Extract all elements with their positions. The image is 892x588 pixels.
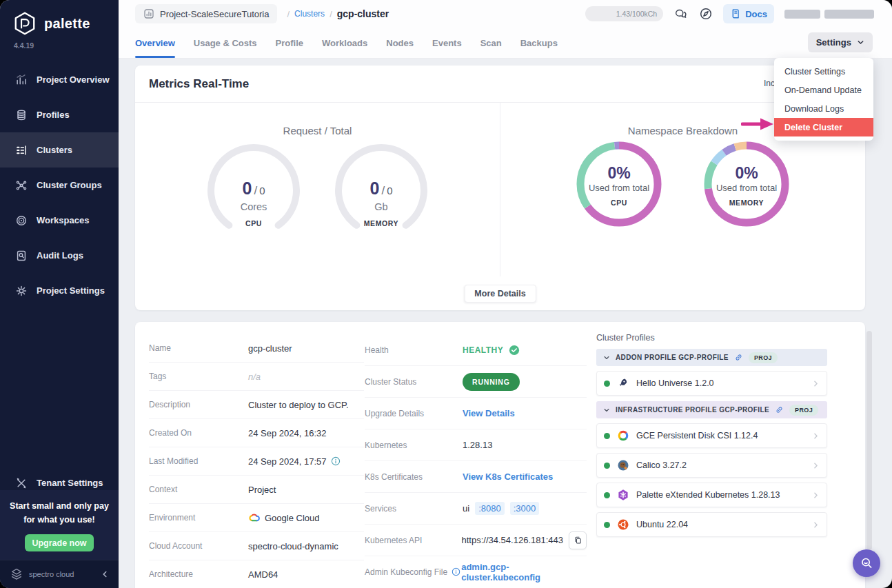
sidebar-item-project-overview[interactable]: Project Overview <box>0 62 119 97</box>
detail-row: Environment Google Cloud <box>149 504 364 532</box>
collapse-sidebar-chevron-left-icon[interactable] <box>101 570 109 578</box>
metrics-title: Metrics Real-Time <box>149 77 249 91</box>
profile-pack-row[interactable]: Ubuntu 22.04 <box>596 512 827 537</box>
sidebar-nav: Project Overview Profiles Clusters Clust… <box>0 62 119 308</box>
spectro-cloud-logo-icon <box>10 567 23 581</box>
tab-workloads[interactable]: Workloads <box>322 28 367 58</box>
sidebar: palette 4.4.19 Project Overview Profiles <box>0 0 119 588</box>
sidebar-item-label: Profiles <box>37 110 70 120</box>
status-dot <box>604 492 610 498</box>
scrollbar-thumb[interactable] <box>866 331 872 550</box>
profile-pack-row[interactable]: Palette eXtended Kubernetes 1.28.13 <box>596 483 827 507</box>
sidebar-item-clusters[interactable]: Clusters <box>0 132 119 168</box>
app-window: palette 4.4.19 Project Overview Profiles <box>0 0 892 588</box>
pack-name: GCE Persistent Disk CSI 1.12.4 <box>636 431 758 440</box>
detail-label: Cloud Account <box>149 541 248 551</box>
service-port-link[interactable]: :8080 <box>475 502 505 515</box>
compass-icon[interactable] <box>699 7 713 21</box>
tab-bar: Overview Usage & Costs Profile Workloads… <box>119 28 892 59</box>
metrics-card: Metrics Real-Time Incl Request / Total 0… <box>135 65 865 310</box>
menu-item-on-demand-update[interactable]: On-Demand Update <box>774 81 873 99</box>
calico-icon <box>617 459 629 472</box>
cluster-details-column: Namegcp-cluster Tagsn/a DescriptionClust… <box>149 334 364 588</box>
tab-usage-costs[interactable]: Usage & Costs <box>194 28 257 58</box>
chevron-right-icon <box>812 462 820 469</box>
info-icon[interactable] <box>452 567 460 576</box>
sidebar-item-audit-logs[interactable]: Audit Logs <box>0 238 119 273</box>
bar-chart-icon <box>15 74 28 86</box>
donut-caption: Used from total <box>574 183 664 193</box>
kubernetes-version: 1.28.13 <box>463 440 492 450</box>
view-k8s-certificates-link[interactable]: View K8s Certificates <box>463 472 553 482</box>
status-label: K8s Certificates <box>365 472 463 482</box>
settings-button[interactable]: Settings <box>808 32 873 52</box>
detail-value: 24 Sep 2024, 16:32 <box>248 428 327 438</box>
tab-events[interactable]: Events <box>432 28 462 58</box>
profile-pack-row[interactable]: GCE Persistent Disk CSI 1.12.4 <box>596 423 827 448</box>
status-label: Admin Kubeconfig File <box>365 567 447 577</box>
info-icon[interactable] <box>331 456 341 466</box>
sidebar-item-workspaces[interactable]: Workspaces <box>0 203 119 238</box>
breadcrumb-clusters-link[interactable]: Clusters <box>294 9 325 19</box>
chat-icon[interactable] <box>673 6 689 21</box>
project-selector[interactable]: Project-ScaleSecureTutoria <box>135 4 277 23</box>
target-icon <box>15 214 28 227</box>
menu-item-delete-cluster[interactable]: Delete Cluster <box>774 118 873 136</box>
upgrade-now-button[interactable]: Upgrade now <box>25 534 94 551</box>
gauge-unit: Gb <box>333 201 429 212</box>
menu-item-cluster-settings[interactable]: Cluster Settings <box>774 62 873 81</box>
proj-badge: PROJ <box>749 352 778 363</box>
view-details-link[interactable]: View Details <box>463 408 515 418</box>
upgrade-promo: Start small and only pay for what you us… <box>0 490 119 560</box>
infrastructure-profile-header[interactable]: INFRASTRUCTURE PROFILE GCP-PROFILE PROJ <box>596 401 827 418</box>
menu-item-download-logs[interactable]: Download Logs <box>774 99 873 118</box>
detail-label: Description <box>149 400 248 409</box>
detail-label: Context <box>149 485 248 494</box>
status-dot <box>604 381 610 387</box>
donut-metric-label: MEMORY <box>702 199 791 207</box>
sidebar-item-profiles[interactable]: Profiles <box>0 97 119 132</box>
status-label: Kubernetes <box>365 440 463 450</box>
kubeconfig-download-link[interactable]: admin.gcp-cluster.kubeconfig <box>461 562 587 582</box>
detail-row: DescriptionCluster to deploy to GCP. <box>149 391 364 419</box>
status-label: Cluster Status <box>365 377 463 387</box>
chevron-right-icon <box>812 380 820 387</box>
copy-button[interactable] <box>569 531 587 549</box>
donut-percent: 0% <box>574 164 664 183</box>
link-icon[interactable] <box>734 353 743 362</box>
profile-pack-row[interactable]: Hello Universe 1.2.0 <box>596 371 827 396</box>
sidebar-item-label: Audit Logs <box>37 250 83 261</box>
sidebar-item-label: Workspaces <box>37 215 89 225</box>
donut-percent: 0% <box>702 164 791 183</box>
gauge-separator: / <box>381 184 385 197</box>
tab-backups[interactable]: Backups <box>520 28 558 58</box>
tab-profile[interactable]: Profile <box>276 28 303 58</box>
tab-overview[interactable]: Overview <box>135 28 175 58</box>
docs-button[interactable]: Docs <box>723 4 774 23</box>
cluster-profiles-title: Cluster Profiles <box>596 333 827 343</box>
sidebar-item-project-settings[interactable]: Project Settings <box>0 273 119 308</box>
tab-scan[interactable]: Scan <box>480 28 502 58</box>
detail-value: spectro-cloud-dynamic <box>248 541 338 551</box>
addon-profile-header[interactable]: ADDON PROFILE GCP-PROFILE PROJ <box>596 349 827 366</box>
service-port-link[interactable]: :3000 <box>510 502 540 515</box>
link-icon[interactable] <box>775 405 784 414</box>
detail-row: ContextProject <box>149 476 364 504</box>
more-details-button[interactable]: More Details <box>464 285 536 303</box>
donut-caption: Used from total <box>702 183 791 193</box>
sidebar-item-cluster-groups[interactable]: Cluster Groups <box>0 168 119 203</box>
sidebar-item-label: Cluster Groups <box>37 180 102 190</box>
chevron-down-icon <box>603 354 610 361</box>
detail-row: Last Modified 24 Sep 2024, 17:57 <box>149 447 364 476</box>
redacted-username[interactable] <box>784 10 874 19</box>
detail-value: n/a <box>248 372 261 382</box>
gauge-total: 0 <box>387 185 392 196</box>
usage-meter-badge: 1.43/100kCh <box>585 6 663 21</box>
profile-pack-row[interactable]: Calico 3.27.2 <box>596 453 827 478</box>
doc-search-icon <box>15 250 28 262</box>
detail-value: Cluster to deploy to GCP. <box>248 400 349 410</box>
search-fab-button[interactable] <box>853 549 880 577</box>
memory-gauge: 0/0 Gb MEMORY <box>333 142 429 239</box>
tab-nodes[interactable]: Nodes <box>386 28 414 58</box>
tools-icon <box>15 477 28 489</box>
